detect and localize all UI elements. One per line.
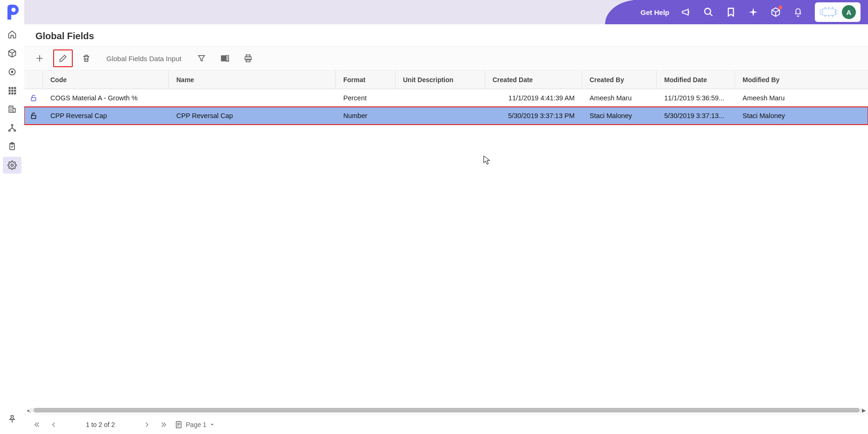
svg-rect-4: [11, 87, 13, 89]
table-body: COGS Material A - Growth %Percent11/1/20…: [24, 89, 868, 406]
svg-point-0: [12, 8, 16, 12]
pager-count: 1 to 2 of 2: [86, 421, 115, 428]
cell-modified-by: Ameesh Maru: [735, 89, 868, 106]
data-input-label[interactable]: Global Fields Data Input: [100, 55, 188, 63]
topbar-actions: Get Help: [633, 0, 868, 24]
excel-export-button[interactable]: X: [215, 49, 235, 67]
cell-format: Percent: [336, 89, 396, 106]
svg-rect-7: [11, 90, 13, 91]
nav-settings[interactable]: [3, 157, 21, 174]
nav-clipboard[interactable]: [3, 138, 21, 155]
nav-home[interactable]: [3, 26, 21, 43]
svg-rect-11: [14, 92, 16, 94]
th-lock: [24, 70, 43, 89]
th-unit[interactable]: Unit Description: [396, 70, 485, 89]
nav-grid[interactable]: [3, 82, 21, 99]
nav-hierarchy[interactable]: [3, 119, 21, 136]
delete-button[interactable]: [76, 49, 96, 67]
th-created-by[interactable]: Created By: [582, 70, 657, 89]
svg-text:X: X: [222, 56, 225, 61]
chip-icon: [819, 7, 838, 17]
th-name[interactable]: Name: [169, 70, 336, 89]
pager-last[interactable]: [158, 419, 170, 431]
svg-point-19: [705, 8, 711, 14]
svg-rect-5: [14, 87, 16, 89]
th-created-date[interactable]: Created Date: [485, 70, 582, 89]
compass-icon[interactable]: [748, 7, 759, 18]
toolbar: Global Fields Data Input X: [24, 46, 868, 70]
edit-button[interactable]: [53, 49, 73, 67]
page-title: Global Fields: [24, 24, 868, 46]
th-modified-by[interactable]: Modified By: [735, 70, 868, 89]
svg-rect-8: [14, 90, 16, 91]
svg-point-18: [11, 164, 14, 167]
cell-created-by: Staci Maloney: [582, 107, 657, 124]
svg-rect-20: [822, 9, 835, 15]
cell-modified-by: Staci Maloney: [735, 107, 868, 124]
cell-code: COGS Material A - Growth %: [43, 89, 169, 106]
pager: 1 to 2 of 2 Page 1: [24, 414, 868, 434]
table-row[interactable]: CPP Reversal CapCPP Reversal CapNumber5/…: [24, 107, 868, 125]
table-header: Code Name Format Unit Description Create…: [24, 70, 868, 89]
nav-building[interactable]: [3, 101, 21, 118]
pager-next[interactable]: [141, 419, 153, 431]
add-button[interactable]: [30, 49, 49, 67]
cell-name: [169, 89, 336, 106]
bookmark-icon[interactable]: [725, 7, 736, 18]
th-format[interactable]: Format: [336, 70, 396, 89]
nav-pin[interactable]: [3, 411, 21, 427]
get-help-button[interactable]: Get Help: [640, 8, 669, 16]
cell-name: CPP Reversal Cap: [169, 107, 336, 124]
cell-modified-date: 5/30/2019 3:37:13...: [657, 107, 735, 124]
cell-created-by: Ameesh Maru: [582, 89, 657, 106]
account-box[interactable]: A: [815, 2, 861, 22]
app-root: Get Help: [0, 0, 868, 434]
bell-icon[interactable]: [792, 7, 804, 18]
pager-prev[interactable]: [48, 419, 60, 431]
cell-created-date: 5/30/2019 3:37:13 PM: [485, 107, 582, 124]
table: Code Name Format Unit Description Create…: [24, 70, 868, 434]
announce-icon[interactable]: [681, 7, 692, 18]
nav-target[interactable]: [3, 63, 21, 80]
cell-unit: [396, 89, 485, 106]
lock-icon: [24, 89, 43, 106]
cell-format: Number: [336, 107, 396, 124]
pager-first[interactable]: [31, 419, 43, 431]
cell-modified-date: 11/1/2019 5:36:59...: [657, 89, 735, 106]
pager-page-select[interactable]: Page 1: [174, 420, 215, 429]
cell-unit: [396, 107, 485, 124]
cell-created-date: 11/1/2019 4:41:39 AM: [485, 89, 582, 106]
filter-button[interactable]: [192, 49, 211, 67]
svg-rect-42: [31, 98, 35, 101]
print-button[interactable]: [238, 49, 258, 67]
topbar: Get Help: [24, 0, 868, 24]
lock-icon: [24, 107, 43, 124]
cell-code: CPP Reversal Cap: [43, 107, 169, 124]
svg-rect-6: [9, 90, 11, 91]
svg-point-14: [9, 130, 10, 131]
svg-rect-43: [31, 115, 35, 119]
h-scrollbar[interactable]: ◀ ▶: [24, 406, 868, 414]
app-logo[interactable]: [4, 4, 21, 21]
main-area: Get Help: [24, 0, 868, 434]
package-icon[interactable]: [770, 7, 781, 18]
avatar[interactable]: A: [842, 5, 856, 19]
th-code[interactable]: Code: [43, 70, 169, 89]
pager-page-label: Page 1: [186, 421, 206, 428]
svg-rect-9: [9, 92, 11, 94]
nav-cube[interactable]: [3, 45, 21, 62]
svg-point-13: [11, 125, 13, 126]
svg-point-15: [14, 130, 15, 131]
svg-point-2: [11, 71, 13, 72]
th-modified-date[interactable]: Modified Date: [657, 70, 735, 89]
left-nav-rail: [0, 0, 24, 434]
table-row[interactable]: COGS Material A - Growth %Percent11/1/20…: [24, 89, 868, 107]
svg-rect-10: [11, 92, 13, 94]
svg-rect-3: [9, 87, 11, 89]
search-icon[interactable]: [703, 7, 714, 18]
hscroll-right-icon[interactable]: ▶: [861, 407, 867, 413]
